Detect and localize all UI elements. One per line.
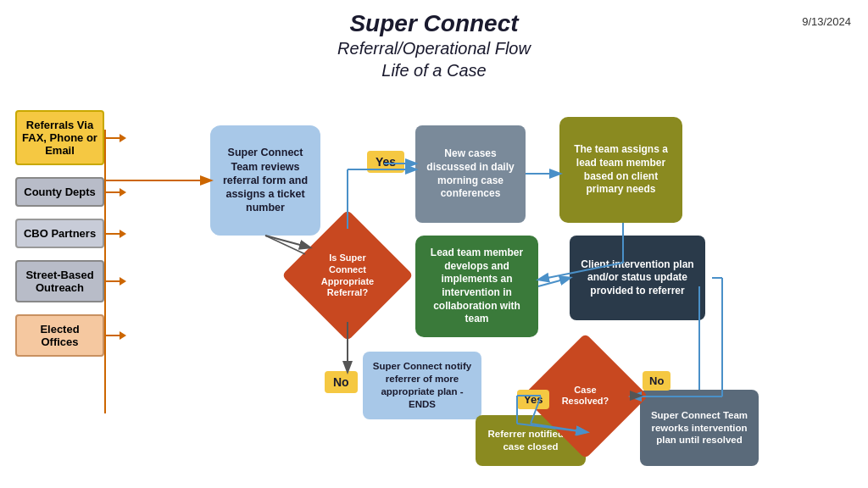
resolved-diamond-container: Case Resolved? [541, 352, 630, 441]
cbo-box: CBO Partners [15, 219, 104, 248]
svg-line-22 [265, 236, 305, 254]
svg-line-10 [538, 278, 570, 286]
street-box: Street-Based Outreach [15, 260, 104, 302]
yes1-label: Yes [367, 151, 404, 173]
title-area: Super Connect Referral/Operational Flow … [337, 0, 531, 81]
reworks-box: Super Connect Team reworks intervention … [640, 390, 759, 466]
elected-arrow [104, 335, 121, 336]
elected-box: Elected Offices [15, 314, 104, 357]
no1-label: No [325, 371, 358, 393]
title-main: Super Connect [337, 10, 531, 37]
cbo-arrow [104, 233, 121, 235]
notify-box: Super Connect notify referrer of more ap… [363, 352, 481, 419]
teamassigns-box: The team assigns a lead team member base… [559, 117, 682, 223]
clientintervention-box: Client intervention plan and/or status u… [570, 236, 705, 320]
county-box: County Depts [15, 177, 104, 207]
newcases-box: New cases discussed in daily morning cas… [415, 125, 526, 223]
superconnect-box: Super Connect Team reviews referral form… [210, 125, 320, 236]
appropriate-diamond-container: Is Super Connect Appropriate Referral? [301, 229, 394, 322]
title-sub: Referral/Operational Flow Life of a Case [337, 37, 531, 81]
left-column: Referrals Via FAX, Phone or Email County… [15, 110, 104, 357]
appropriate-diamond-text: Is Super Connect Appropriate Referral? [309, 252, 386, 299]
yes2-label: Yes [517, 390, 549, 409]
referrals-box: Referrals Via FAX, Phone or Email [15, 110, 104, 165]
referrals-arrow [104, 137, 121, 139]
date-label: 9/13/2024 [802, 15, 851, 28]
county-arrow [104, 191, 121, 193]
street-arrow [104, 280, 121, 282]
no2-label: No [643, 371, 670, 391]
resolved-diamond-text: Case Resolved? [554, 385, 617, 408]
leadteam-box: Lead team member develops and implements… [415, 236, 538, 337]
